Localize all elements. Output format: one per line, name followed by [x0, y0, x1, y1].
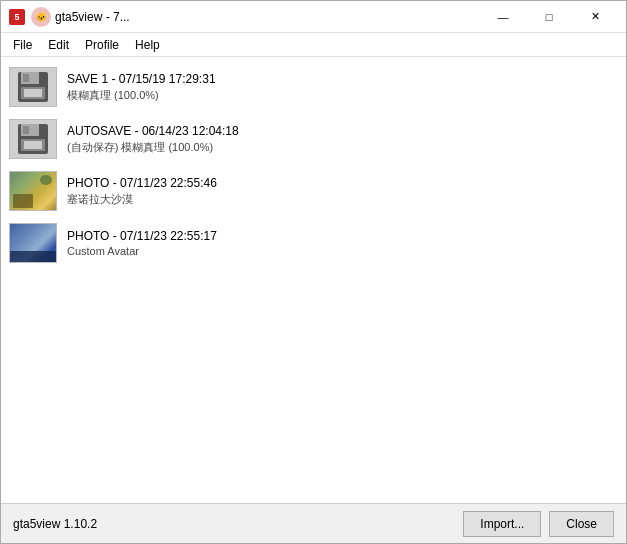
list-item-text: PHOTO - 07/11/23 22:55:17 Custom Avatar: [67, 229, 217, 257]
list-item-text: SAVE 1 - 07/15/19 17:29:31 模糊真理 (100.0%): [67, 72, 216, 103]
list-item-subtitle: 塞诺拉大沙漠: [67, 192, 217, 207]
list-item-title: PHOTO - 07/11/23 22:55:46: [67, 176, 217, 190]
list-item-title: PHOTO - 07/11/23 22:55:17: [67, 229, 217, 243]
avatar-icon: 🐱: [31, 7, 51, 27]
import-button[interactable]: Import...: [463, 511, 541, 537]
svg-rect-7: [23, 126, 29, 134]
close-window-button[interactable]: ✕: [572, 1, 618, 33]
save-thumbnail: [9, 67, 57, 107]
photo-thumbnail-2: [9, 223, 57, 263]
menu-profile[interactable]: Profile: [77, 34, 127, 56]
floppy-disk-icon: [15, 69, 51, 105]
main-window: 5 🐱 gta5view - 7... — □ ✕ File Edit Prof…: [0, 0, 627, 544]
app-icon: 5: [9, 9, 25, 25]
list-item[interactable]: SAVE 1 - 07/15/19 17:29:31 模糊真理 (100.0%): [1, 61, 626, 113]
photo-image-1: [10, 171, 56, 211]
title-bar: 5 🐱 gta5view - 7... — □ ✕: [1, 1, 626, 33]
menu-edit[interactable]: Edit: [40, 34, 77, 56]
list-item-subtitle: Custom Avatar: [67, 245, 217, 257]
list-item-subtitle: (自动保存) 模糊真理 (100.0%): [67, 140, 239, 155]
list-item-text: PHOTO - 07/11/23 22:55:46 塞诺拉大沙漠: [67, 176, 217, 207]
maximize-button[interactable]: □: [526, 1, 572, 33]
version-label: gta5view 1.10.2: [13, 517, 463, 531]
action-buttons: Import... Close: [463, 511, 614, 537]
list-item-text: AUTOSAVE - 06/14/23 12:04:18 (自动保存) 模糊真理…: [67, 124, 239, 155]
list-item[interactable]: AUTOSAVE - 06/14/23 12:04:18 (自动保存) 模糊真理…: [1, 113, 626, 165]
list-item[interactable]: PHOTO - 07/11/23 22:55:46 塞诺拉大沙漠: [1, 165, 626, 217]
list-item-subtitle: 模糊真理 (100.0%): [67, 88, 216, 103]
content-area: SAVE 1 - 07/15/19 17:29:31 模糊真理 (100.0%)…: [1, 57, 626, 503]
autosave-thumbnail: [9, 119, 57, 159]
menu-help[interactable]: Help: [127, 34, 168, 56]
list-item-title: SAVE 1 - 07/15/19 17:29:31: [67, 72, 216, 86]
close-button[interactable]: Close: [549, 511, 614, 537]
photo-image-2: [10, 223, 56, 263]
svg-rect-9: [24, 141, 42, 149]
menu-file[interactable]: File: [5, 34, 40, 56]
list-item-title: AUTOSAVE - 06/14/23 12:04:18: [67, 124, 239, 138]
photo-thumbnail-1: [9, 171, 57, 211]
svg-rect-4: [24, 89, 42, 97]
status-bar: gta5view 1.10.2 Import... Close: [1, 503, 626, 543]
menu-bar: File Edit Profile Help: [1, 33, 626, 57]
list-item[interactable]: PHOTO - 07/11/23 22:55:17 Custom Avatar: [1, 217, 626, 269]
minimize-button[interactable]: —: [480, 1, 526, 33]
svg-rect-2: [23, 74, 29, 82]
floppy-disk-icon: [15, 121, 51, 157]
window-controls: — □ ✕: [480, 1, 618, 33]
title-bar-text: gta5view - 7...: [55, 10, 480, 24]
